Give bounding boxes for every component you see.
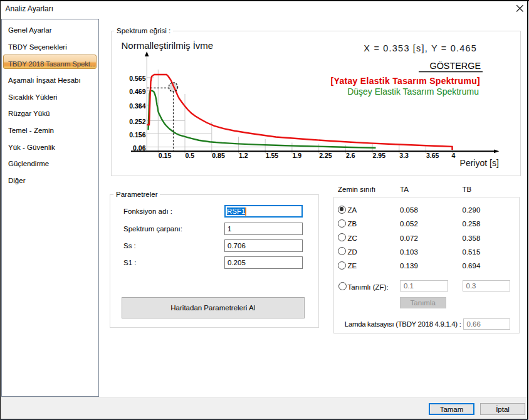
svg-text:0.252: 0.252: [129, 118, 145, 125]
svg-text:1.2: 1.2: [239, 152, 248, 159]
svg-text:Normalleştirilmiş İvme: Normalleştirilmiş İvme: [122, 40, 214, 51]
svg-text:0.565: 0.565: [129, 75, 145, 82]
svg-text:Düşey Elastik Tasarım Spektrum: Düşey Elastik Tasarım Spektrumu: [347, 87, 479, 97]
svg-text:2.6: 2.6: [346, 152, 355, 159]
svg-text:[Yatay Elastik Tasarım Spektru: [Yatay Elastik Tasarım Spektrumu]: [331, 76, 480, 86]
svg-text:1.55: 1.55: [266, 152, 279, 159]
svg-text:1.9: 1.9: [292, 152, 301, 159]
svg-text:GÖSTERGE: GÖSTERGE: [429, 60, 481, 71]
svg-text:0.85: 0.85: [212, 152, 225, 159]
svg-text:3.65: 3.65: [426, 152, 439, 159]
svg-text:0.364: 0.364: [129, 102, 145, 110]
svg-text:0.469: 0.469: [129, 88, 145, 95]
svg-text:0.15: 0.15: [159, 152, 172, 159]
svg-text:X = 0.353 [s], Y = 0.465: X = 0.353 [s], Y = 0.465: [364, 43, 477, 53]
svg-text:0.5: 0.5: [186, 152, 195, 159]
svg-text:3.3: 3.3: [399, 152, 409, 159]
svg-text:Periyot [s]: Periyot [s]: [460, 158, 499, 168]
svg-text:0.156: 0.156: [129, 131, 145, 139]
svg-text:4: 4: [452, 152, 456, 159]
svg-text:0.06: 0.06: [133, 144, 146, 152]
svg-text:2.95: 2.95: [373, 152, 386, 159]
svg-text:2.25: 2.25: [319, 152, 332, 159]
